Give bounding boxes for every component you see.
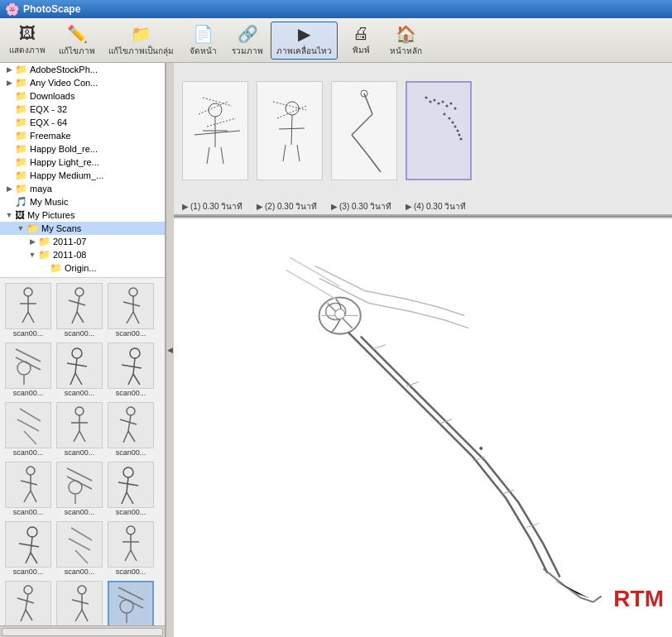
svg-point-122 xyxy=(430,101,432,103)
thumbnail-label: scan00... xyxy=(4,389,52,397)
thumbnail-item[interactable]: scan00... xyxy=(55,281,104,339)
svg-line-13 xyxy=(127,312,133,323)
svg-line-76 xyxy=(72,600,89,604)
thumbnail-image xyxy=(56,283,103,329)
thumbnail-item[interactable]: scan00... xyxy=(106,520,156,577)
thumbnail-item[interactable]: scan00... xyxy=(55,520,104,577)
tree-item-eqx64[interactable]: 📁 EQX - 64 xyxy=(0,116,165,129)
tree-item-mypictures[interactable]: ▼ 🖼 My Pictures xyxy=(0,208,165,222)
file-tree[interactable]: ▶ 📁 AdobeStockPh... ▶ 📁 Any Video Con...… xyxy=(0,63,165,278)
home-icon: 🏠 xyxy=(396,24,416,44)
tree-label-myscans: My Scans xyxy=(41,223,81,233)
thumbnail-item[interactable]: scan00... xyxy=(3,281,53,339)
thumbnail-item[interactable]: scan00... xyxy=(106,400,156,458)
tree-toggle-adobestock[interactable]: ▶ xyxy=(3,65,15,74)
folder-icon: 📁 xyxy=(15,156,27,168)
frame-3-preview xyxy=(335,85,393,176)
folder-icon: 📁 xyxy=(15,130,27,141)
thumbnail-item[interactable]: scan00... xyxy=(106,341,156,399)
svg-point-121 xyxy=(425,97,428,99)
thumbnail-label: scan00... xyxy=(55,568,103,576)
thumbnail-item[interactable]: scan00... xyxy=(106,460,156,518)
svg-point-123 xyxy=(434,99,436,102)
tree-label-2011-08: 2011-08 xyxy=(53,250,86,260)
play-icon-3[interactable]: ▶ xyxy=(331,202,338,211)
thumbnail-item[interactable]: scan00... xyxy=(3,460,53,518)
svg-line-58 xyxy=(19,544,39,547)
tree-item-maya[interactable]: ▶ 📁 maya xyxy=(0,182,165,195)
svg-line-52 xyxy=(127,477,128,492)
tree-item-origin1[interactable]: 📁 Origin... xyxy=(0,261,165,275)
tree-item-myscans[interactable]: ▼ 📁 My Scans xyxy=(0,222,165,235)
tree-item-anyvideo[interactable]: ▶ 📁 Any Video Con... xyxy=(0,76,165,89)
tree-toggle-myscans[interactable]: ▼ xyxy=(15,224,26,232)
svg-line-59 xyxy=(26,553,31,563)
thumbnail-label: scan00... xyxy=(4,568,52,576)
horizontal-scrollbar[interactable] xyxy=(0,625,165,637)
tree-item-adobestock[interactable]: ▶ 📁 AdobeStockPh... xyxy=(0,63,165,76)
tree-item-freemake[interactable]: 📁 Freemake xyxy=(0,129,165,142)
app-icon: 🌸 xyxy=(5,2,19,16)
svg-point-124 xyxy=(438,103,440,105)
toolbar-edit-label: แก้ไขภาพ xyxy=(59,45,95,57)
play-icon-2[interactable]: ▶ xyxy=(257,202,263,211)
toolbar-edit-btn[interactable]: ✏️ แก้ไขภาพ xyxy=(53,22,101,60)
tree-toggle-2011-08[interactable]: ▼ xyxy=(26,251,38,259)
anim-frame-3[interactable] xyxy=(331,81,397,180)
anim-frame-4[interactable] xyxy=(406,81,472,180)
print-icon: 🖨 xyxy=(353,24,369,43)
tree-item-happybold[interactable]: 📁 Happy Bold_re... xyxy=(0,142,165,156)
tree-label-2011-07: 2011-07 xyxy=(53,237,86,247)
thumbnail-item[interactable]: scan00... xyxy=(3,520,53,577)
hscroll-track[interactable] xyxy=(2,628,163,636)
tree-item-downloads[interactable]: 📁 Downloads xyxy=(0,89,165,103)
thumbnail-item[interactable]: scan00... xyxy=(55,341,104,399)
toolbar-combine-btn[interactable]: 🔗 รวมภาพ xyxy=(226,22,269,60)
anim-label-text-4: (4) 0.30 วินาที xyxy=(414,200,466,213)
tree-item-happymedium[interactable]: 📁 Happy Medium_... xyxy=(0,169,165,182)
anim-label-text-2: (2) 0.30 วินาที xyxy=(265,200,317,213)
tree-item-2011-08[interactable]: ▼ 📁 2011-08 xyxy=(0,248,165,261)
thumbnail-item[interactable]: scan00... xyxy=(55,460,104,518)
toolbar-combine-label: รวมภาพ xyxy=(232,45,263,57)
svg-point-5 xyxy=(75,288,84,296)
tree-label-happylight: Happy Light_re... xyxy=(30,157,99,167)
thumbnail-item[interactable]: scan00... xyxy=(3,579,53,625)
svg-line-78 xyxy=(82,610,88,621)
folder-icon: 📁 xyxy=(50,262,62,274)
title-bar: 🌸 PhotoScape xyxy=(0,0,672,18)
svg-line-67 xyxy=(125,550,131,561)
toolbar-home-btn[interactable]: 🏠 หน้าหลัก xyxy=(384,22,428,60)
thumbnail-item[interactable]: scan00... xyxy=(106,579,156,625)
play-icon-1[interactable]: ▶ xyxy=(182,202,189,211)
toolbar-view-btn[interactable]: 🖼 แสดงภาพ xyxy=(3,22,51,60)
thumbnail-item[interactable]: scan00... xyxy=(55,579,104,625)
toolbar-page-btn[interactable]: 📄 จัดหน้า xyxy=(181,22,224,60)
tree-toggle-maya[interactable]: ▶ xyxy=(3,184,15,193)
svg-point-69 xyxy=(24,586,32,594)
toolbar-print-btn[interactable]: 🖨 พิมพ์ xyxy=(339,22,382,60)
tree-item-happylight[interactable]: 📁 Happy Light_re... xyxy=(0,156,165,169)
toolbar-batch-btn[interactable]: 📁 แก้ไขภาพเป็นกลุ่ม xyxy=(103,22,180,60)
watermark: RTM xyxy=(613,586,664,612)
tree-toggle-anyvideo[interactable]: ▶ xyxy=(3,79,15,87)
anim-frame-1[interactable] xyxy=(182,81,248,180)
thumbnail-label: scan00... xyxy=(55,508,103,516)
play-icon-4[interactable]: ▶ xyxy=(406,202,412,211)
tree-item-2011-07[interactable]: ▶ 📁 2011-07 xyxy=(0,235,165,248)
thumbnail-item[interactable]: scan00... xyxy=(3,341,53,399)
thumbnail-item[interactable]: scan00... xyxy=(3,400,53,458)
toolbar-anim-btn[interactable]: ▶ ภาพเคลื่อนไหว xyxy=(271,22,338,60)
thumbnail-item[interactable]: scan00... xyxy=(106,281,156,339)
tree-toggle-2011-07[interactable]: ▶ xyxy=(26,237,38,246)
anim-frame-2[interactable] xyxy=(257,81,323,180)
thumbnail-image xyxy=(108,581,154,625)
tree-item-eqx32[interactable]: 📁 EQX - 32 xyxy=(0,103,165,116)
svg-line-45 xyxy=(24,491,31,502)
thumbnail-image xyxy=(5,462,51,508)
tree-item-mymusic[interactable]: 🎵 My Music xyxy=(0,195,165,208)
thumbnail-item[interactable]: scan00... xyxy=(55,400,104,458)
tree-toggle-mypictures[interactable]: ▼ xyxy=(3,211,15,219)
collapse-handle[interactable]: ◀ xyxy=(166,63,174,637)
svg-point-17 xyxy=(17,362,31,375)
